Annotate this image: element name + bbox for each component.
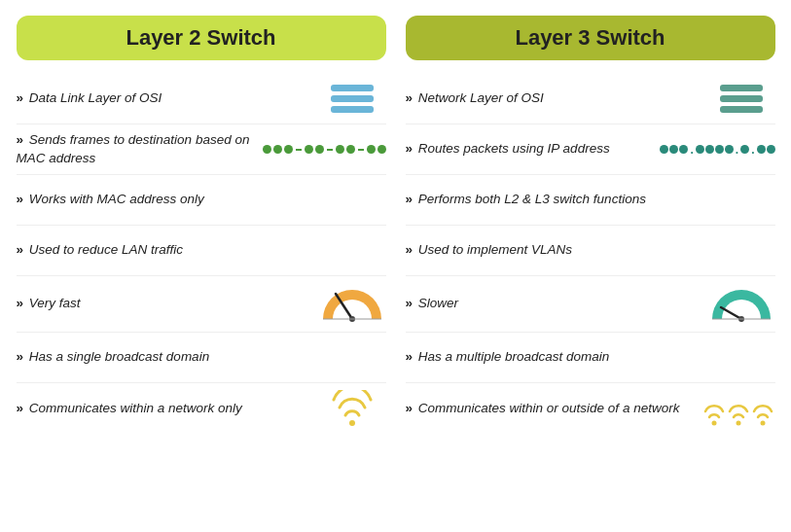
l3-ip-dots: . . . <box>660 143 774 157</box>
layer3-column: Layer 3 Switch » Network Layer of OSI » … <box>406 16 775 434</box>
l2-wifi-area <box>318 390 386 427</box>
l3-row-speed: » Slower <box>406 276 775 333</box>
ip-dot <box>669 145 678 154</box>
layer2-header: Layer 2 Switch <box>17 16 386 60</box>
l2-broadcast-text: » Has a single broadcast domain <box>17 348 386 367</box>
ip-dot <box>725 145 734 154</box>
l3-speedometer-area <box>707 282 775 326</box>
l2-communicate-prefix: » <box>17 401 24 415</box>
l3-osi-prefix: » <box>406 90 413 105</box>
svg-point-8 <box>736 421 740 426</box>
dot <box>378 145 386 154</box>
l2-communicate-text: » Communicates within a network only <box>17 400 308 418</box>
l2-osi-prefix: » <box>17 90 24 105</box>
dot-sep <box>327 149 333 151</box>
l3-ip-prefix: » <box>406 141 413 156</box>
l3-layer-icon-area <box>707 85 775 113</box>
l2-mac-dots <box>263 145 386 154</box>
l3-wifi-icon <box>702 390 775 427</box>
l2-osi-text: » Data Link Layer of OSI <box>17 89 308 108</box>
l3-icon-line1 <box>720 85 763 91</box>
l2-row-communicate: » Communicates within a network only <box>17 383 386 434</box>
l2-osi-label: Data Link Layer of OSI <box>29 90 162 105</box>
l2-row-osi: » Data Link Layer of OSI <box>17 74 386 124</box>
l2-mac-text: » Sends frames to destination based on M… <box>17 131 253 168</box>
svg-point-3 <box>349 420 355 426</box>
layer2-title: Layer 2 Switch <box>126 25 275 50</box>
l3-broadcast-prefix: » <box>406 349 413 364</box>
l3-icon-line3 <box>720 106 763 113</box>
l3-row-communicate: » Communicates within or outside of a ne… <box>406 383 775 434</box>
l2-speedometer-icon <box>318 282 386 326</box>
l3-speedometer-icon <box>707 282 775 326</box>
l2-broadcast-prefix: » <box>17 349 24 364</box>
l2-icon-line2 <box>331 95 374 102</box>
l2-row-maconly: » Works with MAC address only <box>17 175 386 226</box>
ip-dot <box>757 145 766 154</box>
l2-layer-icon-area <box>318 85 386 113</box>
dot <box>315 145 324 154</box>
l3-both-text: » Performs both L2 & L3 switch functions <box>406 191 775 209</box>
layer3-title: Layer 3 Switch <box>515 25 665 50</box>
l3-speed-prefix: » <box>406 296 413 310</box>
l2-icon-line3 <box>331 106 374 113</box>
dot <box>367 145 376 154</box>
l2-lan-label: Used to reduce LAN traffic <box>29 242 183 257</box>
l2-speed-text: » Very fast <box>17 295 308 313</box>
l2-icon-line1 <box>331 85 374 91</box>
l3-row-broadcast: » Has a multiple broadcast domain <box>406 333 775 383</box>
dot-sep <box>358 149 364 151</box>
l2-lan-prefix: » <box>17 242 24 257</box>
l3-communicate-prefix: » <box>406 401 413 415</box>
l2-lan-text: » Used to reduce LAN traffic <box>17 241 386 260</box>
l2-row-mac: » Sends frames to destination based on M… <box>17 124 386 175</box>
l2-row-lan: » Used to reduce LAN traffic <box>17 226 386 276</box>
l2-row-broadcast: » Has a single broadcast domain <box>17 333 386 383</box>
ip-dot <box>767 145 775 154</box>
l3-osi-label: Network Layer of OSI <box>418 90 544 105</box>
l3-speed-text: » Slower <box>406 295 698 313</box>
l3-row-osi: » Network Layer of OSI <box>406 74 775 124</box>
l2-maconly-prefix: » <box>17 192 24 206</box>
layer2-column: Layer 2 Switch » Data Link Layer of OSI … <box>17 16 386 434</box>
ip-dot <box>705 145 714 154</box>
l3-row-both: » Performs both L2 & L3 switch functions <box>406 175 775 226</box>
l3-ip-label: Routes packets using IP address <box>418 141 610 156</box>
ip-dot <box>740 145 749 154</box>
l3-vlan-text: » Used to implement VLANs <box>406 241 775 260</box>
dot <box>263 145 271 154</box>
l3-wifi-area <box>702 390 775 427</box>
ip-sep: . <box>736 143 738 157</box>
dot <box>305 145 313 154</box>
l3-both-label: Performs both L2 & L3 switch functions <box>418 192 646 206</box>
l3-broadcast-label: Has a multiple broadcast domain <box>418 349 610 364</box>
dot <box>284 145 293 154</box>
l2-communicate-label: Communicates within a network only <box>29 401 242 415</box>
l3-communicate-text: » Communicates within or outside of a ne… <box>406 400 693 418</box>
ip-sep: . <box>751 143 754 157</box>
dot <box>273 145 282 154</box>
dot-sep <box>296 149 302 151</box>
l3-row-ip: » Routes packets using IP address . . . <box>406 124 775 175</box>
ip-dot <box>715 145 724 154</box>
svg-point-9 <box>760 421 765 426</box>
l3-communicate-label: Communicates within or outside of a netw… <box>418 401 680 415</box>
ip-sep: . <box>690 143 693 157</box>
l2-speedometer-area <box>318 282 386 326</box>
l3-speed-label: Slower <box>418 296 458 310</box>
l3-icon-line2 <box>720 95 763 102</box>
l3-row-vlan: » Used to implement VLANs <box>406 226 775 276</box>
l2-speed-prefix: » <box>17 296 24 310</box>
l2-speed-label: Very fast <box>29 296 81 310</box>
l2-mac-label: Sends frames to destination based on MAC… <box>17 132 250 165</box>
l3-both-prefix: » <box>406 192 413 206</box>
l3-ip-text: » Routes packets using IP address <box>406 140 651 159</box>
ip-dot <box>660 145 668 154</box>
l2-row-speed: » Very fast <box>17 276 386 333</box>
l2-mac-dots-area <box>263 145 386 154</box>
l2-maconly-text: » Works with MAC address only <box>17 191 386 209</box>
svg-point-7 <box>711 421 716 426</box>
l3-osi-text: » Network Layer of OSI <box>406 89 698 108</box>
l2-layer-icon <box>331 85 374 113</box>
l3-vlan-label: Used to implement VLANs <box>418 242 572 257</box>
